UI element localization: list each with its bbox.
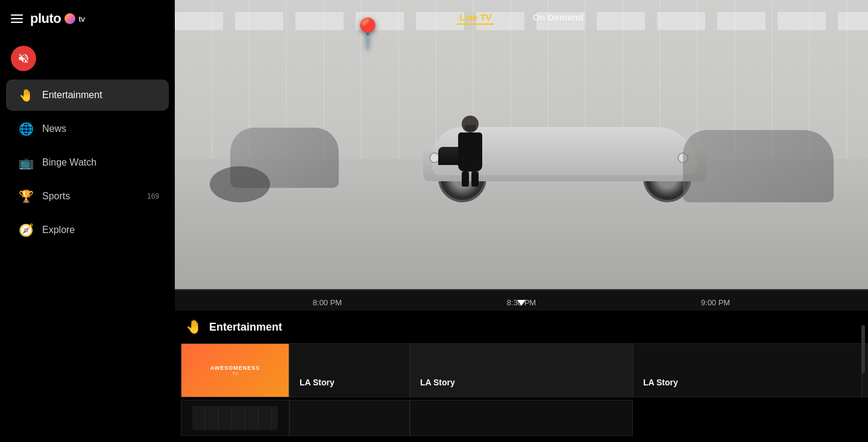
- channel-logo-placeholder: [192, 406, 278, 431]
- scrollbar-right[interactable]: [858, 313, 868, 385]
- show-title-la-story-1: LA Story: [295, 373, 410, 392]
- sidebar-label-sports: Sports: [42, 191, 70, 202]
- pluto-logo: pluto tv: [30, 11, 85, 26]
- logo-tv: tv: [78, 14, 85, 23]
- sidebar-label-explore: Explore: [42, 225, 75, 235]
- channel-grid-row-2: [175, 397, 868, 436]
- scrollbar-thumb: [861, 325, 865, 373]
- channel-card-awesomeness[interactable]: AWESOMENESS TV: [181, 343, 289, 397]
- channel-section-icon: 🤚: [186, 319, 202, 335]
- bg-car-right: [683, 130, 834, 202]
- timeline-current-indicator: [517, 300, 526, 306]
- awesomeness-logo: AWESOMENESS TV: [181, 344, 289, 397]
- tab-live-tv[interactable]: Live TV: [457, 11, 494, 25]
- video-tabs: Live TV On Demand: [175, 11, 868, 25]
- channel-card-la-story-1[interactable]: LA Story: [289, 343, 410, 397]
- timeline-time-900: 9:00 PM: [701, 298, 730, 307]
- logo-dot-icon: [64, 13, 75, 24]
- timeline-time-800: 8:00 PM: [313, 298, 342, 307]
- mute-icon: [17, 52, 30, 64]
- sidebar-item-binge-watch[interactable]: 📺 Binge Watch: [6, 147, 169, 178]
- sports-icon: 🏆: [18, 189, 34, 204]
- sidebar-item-news[interactable]: 🌐 News: [6, 113, 169, 145]
- person-leg-right: [471, 172, 479, 187]
- binge-watch-icon: 📺: [18, 155, 34, 170]
- news-icon: 🌐: [18, 122, 34, 136]
- sidebar-header: pluto tv: [0, 11, 175, 39]
- channel-card-2-logo[interactable]: [181, 400, 289, 436]
- sidebar-label-entertainment: Entertainment: [42, 90, 102, 101]
- entertainment-icon: 🤚: [18, 88, 34, 102]
- person-legs: [452, 172, 488, 187]
- channel-section-title: Entertainment: [209, 321, 282, 334]
- sidebar-item-sports[interactable]: 🏆 Sports 169: [6, 181, 169, 212]
- person-leg-left: [462, 172, 469, 187]
- channel-section-header: 🤚 Entertainment: [175, 311, 868, 343]
- sidebar-label-binge-watch: Binge Watch: [42, 157, 96, 168]
- video-player[interactable]: 📍 Live TV On Demand: [175, 0, 868, 289]
- awesomeness-tv-label: TV: [232, 371, 238, 376]
- channel-card-la-story-2[interactable]: LA Story: [410, 343, 633, 397]
- timeline-line: [175, 289, 868, 290]
- sports-badge: 169: [147, 192, 159, 201]
- channel-card-2-show-2[interactable]: [410, 400, 633, 436]
- channel-area: 🤚 Entertainment AWESOMENESS TV LA Story …: [175, 311, 868, 442]
- person-body: [458, 132, 482, 172]
- channel-card-la-story-3[interactable]: LA Story: [633, 343, 862, 397]
- bg-wheel-left: [210, 166, 270, 202]
- channel-grid: AWESOMENESS TV LA Story LA Story LA Stor…: [175, 343, 868, 397]
- sidebar-label-news: News: [42, 123, 66, 134]
- main-content: 📍 Live TV On Demand 8:00 PM 8:30 PM 9:00…: [175, 0, 868, 442]
- person-beard: [465, 125, 476, 131]
- channel-card-2-show[interactable]: [289, 400, 410, 436]
- tab-on-demand[interactable]: On Demand: [530, 11, 586, 25]
- show-title-la-story-3: LA Story: [638, 373, 862, 392]
- sidebar: pluto tv 🤚 Entertainment 🌐 News 📺 Binge …: [0, 0, 175, 442]
- mute-button[interactable]: [11, 46, 36, 71]
- sidebar-item-entertainment[interactable]: 🤚 Entertainment: [6, 79, 169, 111]
- person-head: [462, 116, 479, 132]
- logo-text: pluto: [30, 11, 61, 26]
- show-title-la-story-2: LA Story: [415, 373, 633, 392]
- timeline: 8:00 PM 8:30 PM 9:00 PM: [175, 289, 868, 311]
- car-scene: [175, 0, 868, 289]
- person-figure: [452, 116, 488, 188]
- menu-button[interactable]: [11, 14, 23, 23]
- sidebar-item-explore[interactable]: 🧭 Explore: [6, 214, 169, 246]
- awesomeness-name: AWESOMENESS: [210, 365, 260, 371]
- video-background: [175, 0, 868, 289]
- explore-icon: 🧭: [18, 223, 34, 237]
